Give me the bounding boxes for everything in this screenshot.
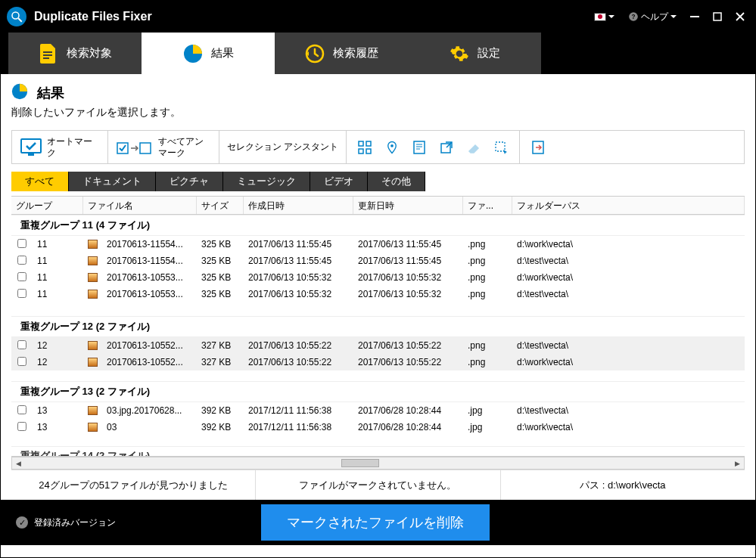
scroll-thumb[interactable]	[341, 459, 379, 467]
table-row[interactable]: 1120170613-10553...325 KB2017/06/13 10:5…	[11, 269, 745, 286]
cell-group: 12	[33, 339, 83, 352]
cell-created: 2017/12/11 11:56:38	[244, 404, 353, 417]
row-checkbox[interactable]	[17, 239, 26, 248]
svg-rect-10	[43, 57, 49, 59]
table-row[interactable]: 1120170613-11554...325 KB2017/06/13 11:5…	[11, 253, 745, 269]
col-created[interactable]: 作成日時	[244, 197, 353, 214]
status-bar: 24グループの51ファイルが見つかりました ファイルがマークされていません。 パ…	[11, 470, 745, 500]
group-header-cutoff: 重複グループ 14 (2 ファイル)	[11, 446, 745, 457]
table-row[interactable]: 1220170613-10552...327 KB2017/06/13 10:5…	[11, 354, 745, 370]
filter-music[interactable]: ミュージック	[223, 172, 310, 191]
bottom-bar: ✓ 登録済みバージョン マークされたファイルを削除	[1, 500, 755, 545]
row-checkbox[interactable]	[17, 405, 26, 414]
row-checkbox[interactable]	[17, 422, 26, 431]
grid-view-button[interactable]	[354, 137, 375, 158]
cell-group: 11	[33, 237, 83, 251]
unmark-all-button[interactable]: すべてアンマーク	[108, 131, 219, 163]
horizontal-scrollbar[interactable]: ◀ ▶	[11, 457, 745, 470]
col-path[interactable]: フォルダーパス	[512, 197, 745, 214]
help-label: ヘルプ	[641, 11, 668, 23]
cell-path: d:\work\vecta\	[512, 237, 745, 251]
tab-history[interactable]: 検索履歴	[275, 33, 408, 74]
table-row[interactable]: 1303.jpg.20170628...392 KB2017/12/11 11:…	[11, 402, 745, 419]
table-row[interactable]: 1120170613-10553...325 KB2017/06/13 10:5…	[11, 286, 745, 302]
filter-pictures[interactable]: ピクチャ	[156, 172, 223, 191]
cell-path: d:\test\vecta\	[512, 254, 745, 268]
filter-documents[interactable]: ドキュメント	[69, 172, 156, 191]
group-header[interactable]: 重複グループ 12 (2 ファイル)	[11, 316, 745, 337]
status-marked: ファイルがマークされていません。	[256, 470, 500, 500]
cell-group: 13	[33, 404, 83, 417]
svg-rect-9	[43, 54, 52, 56]
tab-label: 設定	[478, 46, 500, 60]
table-body[interactable]: 重複グループ 11 (4 ファイル)1120170613-11554...325…	[11, 215, 745, 457]
scroll-right-icon[interactable]: ▶	[731, 457, 744, 469]
tab-search[interactable]: 検索対象	[8, 33, 142, 74]
svg-rect-14	[21, 139, 41, 153]
group-header[interactable]: 重複グループ 13 (2 ファイル)	[11, 381, 745, 402]
col-ext[interactable]: ファ...	[463, 197, 512, 214]
filter-tabs: すべて ドキュメント ピクチャ ミュージック ビデオ その他	[11, 172, 745, 191]
open-external-button[interactable]	[436, 137, 457, 158]
minimize-button[interactable]	[686, 8, 704, 26]
cell-created: 2017/06/13 10:55:22	[244, 339, 353, 352]
status-path: パス : d:\work\vecta	[501, 470, 745, 500]
eraser-button[interactable]	[463, 137, 484, 158]
cell-created: 2017/06/13 10:55:32	[244, 271, 353, 284]
scroll-left-icon[interactable]: ◀	[12, 457, 25, 469]
version-info: ✓ 登録済みバージョン	[16, 516, 116, 529]
cell-modified: 2017/06/13 10:55:32	[353, 287, 463, 301]
svg-rect-19	[366, 141, 371, 146]
tab-results[interactable]: 結果	[142, 33, 275, 74]
cell-filename: 03	[102, 420, 197, 434]
language-selector[interactable]	[590, 10, 619, 24]
col-modified[interactable]: 更新日時	[353, 197, 463, 214]
table-row[interactable]: 1220170613-10552...327 KB2017/06/13 10:5…	[11, 337, 745, 354]
locate-button[interactable]	[381, 137, 403, 158]
table-row[interactable]: 1303392 KB2017/12/11 11:56:382017/06/28 …	[11, 419, 745, 436]
col-filename[interactable]: ファイル名	[83, 197, 197, 214]
cell-modified: 2017/06/28 10:28:44	[353, 404, 463, 417]
cell-path: d:\test\vecta\	[512, 404, 745, 417]
unmark-icon	[116, 138, 154, 157]
maximize-button[interactable]	[708, 8, 726, 26]
cell-ext: .png	[463, 355, 512, 369]
flag-japan-icon	[594, 13, 606, 21]
row-checkbox[interactable]	[17, 272, 26, 281]
row-checkbox[interactable]	[17, 340, 26, 349]
filter-others[interactable]: その他	[368, 172, 425, 191]
export-button[interactable]	[527, 137, 549, 158]
automark-button[interactable]: オートマーク	[12, 131, 108, 163]
row-checkbox[interactable]	[17, 289, 26, 298]
filter-video[interactable]: ビデオ	[310, 172, 368, 191]
close-button[interactable]	[731, 8, 749, 26]
select-area-button[interactable]	[490, 137, 512, 158]
svg-point-22	[390, 144, 394, 147]
tab-settings[interactable]: 設定	[408, 33, 541, 74]
col-size[interactable]: サイズ	[197, 197, 244, 214]
help-menu[interactable]: ? ヘルプ	[624, 8, 681, 26]
cell-filename: 20170613-10553...	[102, 271, 197, 284]
table-row[interactable]: 1120170613-11554...325 KB2017/06/13 11:5…	[11, 236, 745, 253]
cell-group: 11	[33, 287, 83, 301]
filter-all[interactable]: すべて	[11, 172, 69, 191]
cell-filename: 20170613-11554...	[102, 254, 197, 268]
cell-ext: .jpg	[463, 420, 512, 434]
selection-assistant-label: セレクション アシスタント	[219, 131, 347, 163]
cell-path: d:\work\vecta\	[512, 355, 745, 369]
row-checkbox[interactable]	[17, 256, 26, 265]
svg-point-0	[12, 12, 19, 19]
group-header[interactable]: 重複グループ 11 (4 ファイル)	[11, 215, 745, 236]
preview-button[interactable]	[409, 137, 430, 158]
delete-marked-button[interactable]: マークされたファイルを削除	[261, 504, 490, 541]
file-icon	[83, 255, 102, 267]
file-icon	[83, 356, 102, 368]
svg-rect-15	[28, 153, 34, 156]
version-label: 登録済みバージョン	[34, 516, 116, 529]
cell-created: 2017/06/13 11:55:45	[244, 254, 353, 268]
cell-ext: .png	[463, 339, 512, 352]
cell-filename: 20170613-10552...	[102, 339, 197, 352]
svg-rect-18	[359, 141, 363, 146]
row-checkbox[interactable]	[17, 357, 26, 366]
col-group[interactable]: グループ	[11, 197, 83, 214]
